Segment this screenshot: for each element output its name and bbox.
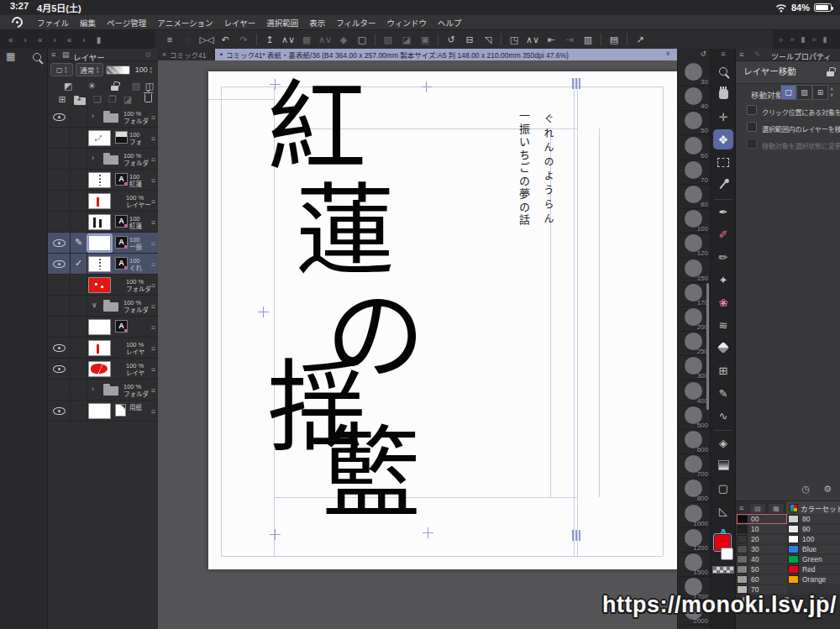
- drag-handle-icon[interactable]: ≡: [151, 365, 155, 374]
- drag-handle-icon[interactable]: ≡: [151, 407, 155, 416]
- dock-collapse-icon[interactable]: ▮: [801, 35, 806, 44]
- menu-item-レイヤー[interactable]: レイヤー: [223, 17, 255, 29]
- visibility-cell[interactable]: [48, 212, 71, 233]
- panel-collapse-icon[interactable]: ›: [24, 35, 27, 45]
- chevron-down-icon[interactable]: ∨: [665, 50, 670, 57]
- color-swatch-cell[interactable]: Orange: [788, 574, 840, 584]
- eye-icon[interactable]: [53, 365, 66, 373]
- panel-menu-icon[interactable]: ≡: [51, 50, 55, 59]
- visibility-cell[interactable]: [48, 149, 71, 170]
- eyedropper-tool[interactable]: [713, 175, 733, 195]
- grid-view-icon[interactable]: ▦: [6, 50, 15, 62]
- color-swatch-cell[interactable]: 40: [737, 554, 787, 564]
- layer-color-select[interactable]: ▢∧∨: [50, 63, 73, 76]
- spread-view-icon[interactable]: ▥: [579, 33, 597, 47]
- split-view-icon[interactable]: ◫: [143, 81, 156, 92]
- opacity-slider[interactable]: [106, 66, 130, 75]
- visibility-cell[interactable]: [48, 275, 71, 296]
- eraser-tool[interactable]: [713, 338, 733, 358]
- snapshot-icon[interactable]: ◹: [479, 33, 497, 47]
- color-swatch-cell[interactable]: 90: [788, 524, 840, 534]
- panel-collapse-icon[interactable]: «: [67, 35, 72, 45]
- eye-icon[interactable]: [53, 239, 66, 247]
- expand-toggle-2-icon[interactable]: ∧∨: [316, 33, 334, 47]
- brush-size-item[interactable]: 700: [678, 454, 710, 479]
- color-slider-tab-icon[interactable]: ▦: [768, 503, 785, 514]
- multi-pen-tool[interactable]: ≋: [713, 315, 733, 335]
- marker-tool[interactable]: ✐: [713, 224, 733, 244]
- scrollbar[interactable]: [706, 283, 709, 410]
- checkbox[interactable]: [747, 105, 757, 115]
- layer-thumbnail[interactable]: [88, 130, 111, 146]
- selection-tool[interactable]: [713, 152, 733, 172]
- drag-handle-icon[interactable]: ≡: [151, 239, 155, 248]
- new-folder-icon[interactable]: [73, 94, 87, 107]
- menu-item-表示[interactable]: 表示: [309, 17, 325, 29]
- brush-size-item[interactable]: 250: [678, 332, 710, 356]
- layer-row[interactable]: ›100 %フォルダ≡: [48, 380, 158, 401]
- color-swatch-cell[interactable]: 00: [737, 514, 787, 524]
- layer-thumbnail[interactable]: [88, 214, 111, 230]
- brush-size-reset-icon[interactable]: ↺: [700, 50, 706, 58]
- opacity-value[interactable]: 100∧∨: [132, 63, 155, 76]
- layer-row[interactable]: A≡: [48, 317, 158, 338]
- layer-thumbnail[interactable]: [88, 193, 111, 209]
- expand-arrow-icon[interactable]: ›: [92, 385, 94, 393]
- brush-size-item[interactable]: 170: [678, 283, 710, 307]
- layer-row[interactable]: ∨100 %フォルダ≡: [48, 296, 158, 317]
- brush-size-item[interactable]: 60: [678, 136, 710, 160]
- pencil-tool[interactable]: ✎: [713, 383, 733, 403]
- brush-size-item[interactable]: 120: [678, 233, 710, 258]
- canvas-page[interactable]: 紅蓮の揺籃 ぐれんのようらん 一振いちごの夢の話: [208, 71, 677, 569]
- timer-icon[interactable]: ◷: [801, 484, 810, 495]
- layer-thumbnail[interactable]: [88, 277, 111, 293]
- color-swatch-cell[interactable]: Green: [788, 554, 840, 564]
- layer-thumbnail[interactable]: [88, 172, 111, 188]
- brush-size-item[interactable]: 40: [678, 86, 710, 111]
- brush-size-item[interactable]: 1200: [678, 528, 710, 553]
- document-info-bar[interactable]: • コミック41* 表紙・裏表紙/36 (B4 364.00 x 257.00m…: [215, 49, 677, 60]
- delete-layer-icon[interactable]: [141, 94, 155, 104]
- drag-handle-icon[interactable]: ≡: [151, 197, 155, 206]
- layer-mask-icon[interactable]: ◪: [121, 94, 134, 105]
- eye-icon[interactable]: [53, 113, 66, 121]
- layer-row[interactable]: 100フォ≡: [48, 128, 158, 149]
- transform-icon[interactable]: ▦: [297, 33, 316, 47]
- layer-thumbnail[interactable]: [88, 235, 111, 251]
- settings-wrench-icon[interactable]: ⚙: [823, 484, 832, 495]
- quick-zoom-icon[interactable]: [33, 52, 41, 64]
- blend-mode-select[interactable]: 通常∧∨: [76, 63, 103, 76]
- color-swatch-cell[interactable]: 50: [737, 564, 787, 574]
- dock-collapse-icon[interactable]: ▮: [823, 35, 827, 44]
- menu-item-フィルター[interactable]: フィルター: [336, 17, 375, 29]
- checkbox[interactable]: [747, 122, 757, 132]
- drag-handle-icon[interactable]: ≡: [151, 281, 155, 290]
- move-target-tone-option[interactable]: ▨: [796, 85, 812, 100]
- brush-size-item[interactable]: 80: [678, 185, 710, 209]
- document-tab[interactable]: × コミック41: [158, 49, 213, 60]
- layer-row[interactable]: ✓A100ぐれ≡: [48, 254, 158, 275]
- flip-canvas-icon[interactable]: ▷◁: [197, 33, 216, 47]
- brush-size-item[interactable]: 300: [678, 356, 710, 380]
- checkbox[interactable]: [747, 139, 757, 149]
- brush-size-item[interactable]: 200: [678, 307, 710, 332]
- crop-icon[interactable]: ▢: [353, 33, 371, 47]
- menu-item-ウィンドウ[interactable]: ウィンドウ: [387, 17, 428, 29]
- brush-size-item[interactable]: 500: [678, 406, 710, 430]
- drag-handle-icon[interactable]: ≡: [151, 302, 155, 311]
- menu-item-ページ管理[interactable]: ページ管理: [107, 17, 146, 29]
- brush-size-item[interactable]: 100: [678, 209, 710, 233]
- undo-icon[interactable]: ↶: [216, 33, 234, 47]
- save-icon[interactable]: ↥: [260, 33, 279, 47]
- canvas-viewport[interactable]: 紅蓮の揺籃 ぐれんのようらん 一振いちごの夢の話: [158, 60, 677, 629]
- layer-row[interactable]: 用紙≡: [48, 401, 158, 422]
- layer-row[interactable]: ›100 %フォルダ≡: [48, 149, 158, 170]
- tone-tool[interactable]: ⊞: [713, 360, 733, 380]
- sync-icon[interactable]: ◌: [179, 33, 197, 47]
- panel-collapse-icon[interactable]: ›: [53, 35, 55, 45]
- color-swatch-cell[interactable]: 100: [788, 534, 840, 544]
- visibility-cell[interactable]: [48, 170, 71, 191]
- brush-size-item[interactable]: 600: [678, 430, 710, 454]
- airbrush-tool[interactable]: ✦: [713, 270, 733, 290]
- expand-toggle-3-icon[interactable]: ∧∨: [523, 33, 542, 47]
